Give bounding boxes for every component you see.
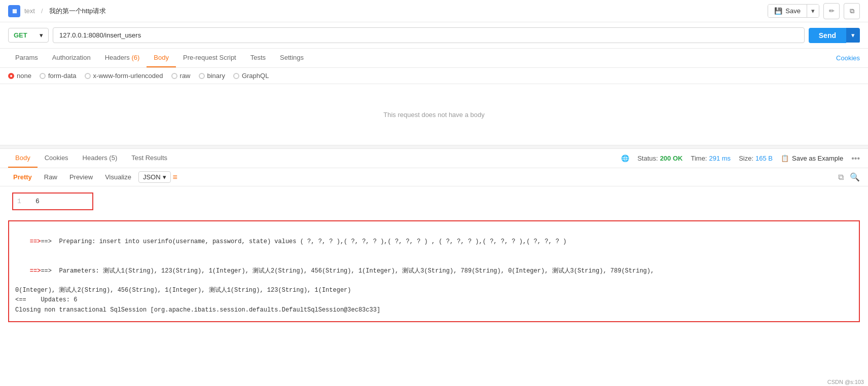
send-button-group[interactable]: Send ▾ (809, 28, 860, 43)
edit-button[interactable]: ✏ (823, 3, 840, 19)
body-options: none form-data x-www-form-urlencoded raw… (0, 68, 868, 84)
json-format-label: JSON (143, 173, 161, 181)
panel-divider (0, 145, 868, 149)
response-content: 1 6 (0, 186, 868, 216)
body-empty-message: This request does not have a body (0, 84, 868, 145)
response-tabs: Body Cookies Headers (5) Test Results 🌐 … (0, 149, 868, 168)
tab-authorization[interactable]: Authorization (45, 49, 98, 67)
body-option-graphql-label: GraphQL (242, 72, 269, 80)
body-option-raw[interactable]: raw (171, 72, 191, 80)
request-tabs-list: Params Authorization Headers (6) Body Pr… (8, 49, 311, 67)
send-main-button[interactable]: Send (809, 28, 846, 43)
body-option-none-label: none (17, 72, 31, 80)
save-main-button[interactable]: 💾 Save (768, 5, 807, 17)
log-arrow-1: ==> (30, 238, 41, 245)
radio-graphql-dot (233, 73, 239, 79)
top-bar: ▦ text / 我的第一个http请求 💾 Save ▾ ✏ ⧉ (0, 0, 868, 22)
breadcrumb-parent: text (24, 7, 35, 15)
copy-response-icon[interactable]: ⧉ (838, 173, 844, 182)
radio-urlencoded-dot (85, 73, 91, 79)
body-option-binary-label: binary (207, 72, 225, 80)
more-options-button[interactable]: ••• (851, 154, 860, 163)
tab-prerequest[interactable]: Pre-request Script (176, 49, 243, 67)
save-icon: 💾 (774, 7, 782, 15)
method-select[interactable]: GET ▾ (8, 28, 49, 43)
body-option-none[interactable]: none (8, 72, 31, 80)
app-logo: ▦ (8, 5, 20, 17)
format-tab-preview[interactable]: Preview (64, 171, 98, 183)
tab-tests[interactable]: Tests (243, 49, 273, 67)
url-bar: GET ▾ Send ▾ (0, 22, 868, 49)
save-example-button[interactable]: 📋 Save as Example (781, 155, 843, 162)
format-tab-pretty[interactable]: Pretty (8, 171, 37, 183)
radio-raw-dot (171, 73, 177, 79)
log-line-5: Closing non transactional SqlSession [or… (15, 305, 853, 315)
edit-icon: ✏ (829, 7, 835, 15)
method-chevron-icon: ▾ (40, 31, 43, 39)
resp-tab-headers[interactable]: Headers (5) (76, 149, 125, 168)
response-status: Status: 200 OK (637, 155, 682, 162)
body-option-urlencoded[interactable]: x-www-form-urlencoded (85, 72, 163, 80)
filter-icon[interactable]: ≡ (173, 173, 177, 182)
log-line-1: ==>==> Preparing: insert into userinfo(u… (15, 227, 853, 257)
bottom-bar-text: CSDN @s:103 (827, 379, 864, 385)
json-format-chevron: ▾ (163, 173, 166, 181)
status-label: Status: (637, 155, 658, 162)
json-format-select[interactable]: JSON ▾ (138, 171, 171, 183)
line-value-1: 6 (35, 198, 40, 205)
log-line-4: <== Updates: 6 (15, 295, 853, 305)
format-tabs: Pretty Raw Preview Visualize JSON ▾ ≡ (8, 171, 177, 183)
chevron-down-icon: ▾ (811, 7, 815, 15)
response-line-1: 1 6 (17, 198, 88, 205)
method-label: GET (14, 31, 27, 39)
save-button-group[interactable]: 💾 Save ▾ (768, 4, 819, 18)
format-tab-visualize[interactable]: Visualize (100, 171, 136, 183)
toolbar-right: 💾 Save ▾ ✏ ⧉ (768, 3, 860, 19)
tab-settings[interactable]: Settings (273, 49, 311, 67)
body-option-formdata-label: form-data (48, 72, 77, 80)
bottom-bar: CSDN @s:103 (823, 378, 868, 386)
response-meta: 🌐 Status: 200 OK Time: 291 ms Size: 165 … (621, 154, 860, 163)
cookies-link[interactable]: Cookies (836, 54, 860, 62)
time-label: Time: (691, 155, 707, 162)
copy-button[interactable]: ⧉ (844, 3, 860, 19)
format-tab-raw[interactable]: Raw (39, 171, 62, 183)
body-option-formdata[interactable]: form-data (40, 72, 77, 80)
breadcrumb-area: ▦ text / 我的第一个http请求 (8, 5, 106, 17)
size-label: Size: (739, 155, 753, 162)
status-value: 200 OK (660, 155, 683, 162)
tab-headers[interactable]: Headers (6) (98, 49, 147, 67)
log-text-2: ==> Parameters: 测试人1(String), 123(String… (41, 267, 654, 275)
response-tabs-list: Body Cookies Headers (5) Test Results (8, 149, 174, 168)
send-dropdown-button[interactable]: ▾ (846, 28, 860, 43)
url-input[interactable] (53, 27, 805, 43)
resp-tab-body[interactable]: Body (8, 149, 38, 168)
log-text-1: ==> Preparing: insert into userinfo(user… (41, 238, 566, 245)
response-box: 1 6 (12, 192, 93, 210)
resp-tab-testresults[interactable]: Test Results (124, 149, 174, 168)
breadcrumb-current: 我的第一个http请求 (49, 7, 106, 16)
body-option-graphql[interactable]: GraphQL (233, 72, 269, 80)
save-dropdown-button[interactable]: ▾ (807, 5, 819, 17)
response-format-bar: Pretty Raw Preview Visualize JSON ▾ ≡ ⧉ … (0, 168, 868, 186)
log-arrow-2: ==> (30, 267, 41, 275)
response-time: Time: 291 ms (691, 155, 731, 162)
tab-params[interactable]: Params (8, 49, 45, 67)
radio-formdata-dot (40, 73, 46, 79)
tab-body[interactable]: Body (147, 49, 176, 67)
time-value: 291 ms (709, 155, 731, 162)
copy-icon: ⧉ (850, 7, 854, 15)
save-label: Save (785, 7, 801, 15)
body-option-binary[interactable]: binary (199, 72, 225, 80)
breadcrumb-separator: / (41, 7, 43, 15)
format-actions: ⧉ 🔍 (838, 172, 860, 182)
log-line-2: ==>==> Parameters: 测试人1(String), 123(Str… (15, 257, 853, 286)
request-tabs: Params Authorization Headers (6) Body Pr… (0, 49, 868, 68)
search-response-icon[interactable]: 🔍 (850, 172, 860, 182)
resp-tab-cookies[interactable]: Cookies (38, 149, 76, 168)
log-area: ==>==> Preparing: insert into userinfo(u… (8, 220, 860, 322)
empty-body-text: This request does not have a body (383, 111, 484, 119)
radio-none-dot (8, 73, 14, 79)
size-value: 165 B (755, 155, 773, 162)
body-option-raw-label: raw (180, 72, 191, 80)
